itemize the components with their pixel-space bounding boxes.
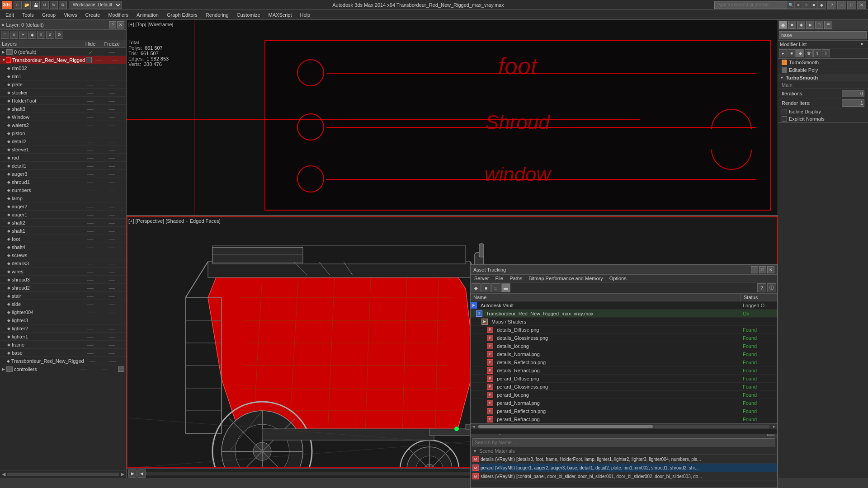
- layer-item-transbordeur[interactable]: ▼ Transbordeur_Red_New_Rigged — —: [0, 56, 126, 64]
- layer-item[interactable]: ◆plate——: [0, 80, 126, 89]
- layer-add-selection-button[interactable]: +: [19, 31, 27, 39]
- asset-row[interactable]: Pperard_Diffuse.pngFound: [471, 375, 777, 383]
- search-opt4-button[interactable]: ◆: [818, 1, 825, 9]
- modifier-entry-turbosmooth[interactable]: TurboSmooth: [778, 59, 868, 66]
- layer-item[interactable]: ◆shaft3——: [0, 105, 126, 113]
- asset-tool-btn-4[interactable]: ▬: [501, 283, 510, 292]
- layer-item[interactable]: ◆side——: [0, 300, 126, 308]
- asset-minimize-button[interactable]: −: [751, 266, 758, 273]
- settings-button[interactable]: ⚙: [59, 1, 67, 9]
- r-btn-modify[interactable]: ■: [788, 21, 796, 29]
- ri-btn-active[interactable]: ◆: [796, 49, 804, 57]
- layer-item[interactable]: ◆shaft1——: [0, 227, 126, 235]
- layer-item[interactable]: ◆base——: [0, 349, 126, 357]
- r-btn-create[interactable]: ◆: [779, 21, 787, 29]
- search-exec-button[interactable]: 🔍: [787, 1, 794, 9]
- menu-help[interactable]: Help: [297, 11, 314, 19]
- r-btn-utilities[interactable]: ☰: [824, 21, 832, 29]
- layer-settings-button[interactable]: ⚙: [55, 31, 63, 39]
- help-button[interactable]: ?: [827, 1, 836, 9]
- layer-select-button[interactable]: ◆: [28, 31, 36, 39]
- layer-item-controllers[interactable]: ▶ controllers — —: [0, 365, 126, 373]
- asset-row[interactable]: Pdetails_lor.pngFound: [471, 342, 777, 350]
- panel-help-button[interactable]: ?: [109, 21, 116, 28]
- layer-item[interactable]: ◆walers2——: [0, 121, 126, 129]
- maximize-button[interactable]: □: [847, 1, 856, 9]
- asset-row[interactable]: Pdetails_Normal.pngFound: [471, 350, 777, 358]
- redo-button[interactable]: ↻: [50, 1, 58, 9]
- layer-item[interactable]: ◆auger3——: [0, 170, 126, 178]
- asset-row-maps[interactable]: ▶ Maps / Shaders: [471, 318, 777, 326]
- asset-row[interactable]: Pperard_Reflection.pngFound: [471, 407, 777, 415]
- r-btn-hierarchy[interactable]: ◆: [797, 21, 805, 29]
- layer-item[interactable]: ◆stocker——: [0, 89, 126, 97]
- asset-menu-options[interactable]: Options: [607, 275, 629, 282]
- asset-row-vault[interactable]: ▶ Autodesk Vault Logged O...: [471, 301, 777, 310]
- layer-down-button[interactable]: ⇩: [46, 31, 54, 39]
- modifier-dropdown-icon[interactable]: ▼: [860, 42, 866, 47]
- menu-modifiers[interactable]: Modifiers: [104, 11, 132, 19]
- scroll-left-icon[interactable]: ◄: [471, 424, 476, 429]
- layer-scrollbar[interactable]: [7, 473, 119, 476]
- layer-item[interactable]: ◆rod——: [0, 154, 126, 162]
- mat-row-details[interactable]: M details (VRayMtl) [details3, foot, fra…: [471, 455, 777, 464]
- layer-item[interactable]: ◆detail2——: [0, 137, 126, 145]
- layer-item[interactable]: ◆lamp——: [0, 194, 126, 202]
- layer-item[interactable]: ◆screws——: [0, 251, 126, 259]
- ri-btn-delete[interactable]: 🗑: [805, 49, 813, 57]
- mat-row-sliders[interactable]: M sliders (VRayMtl) [control_panel, door…: [471, 472, 777, 481]
- asset-info-button[interactable]: ⓘ: [767, 283, 776, 292]
- asset-row[interactable]: Pperard_lor.pngFound: [471, 391, 777, 399]
- layer-item[interactable]: ◆auger2——: [0, 202, 126, 211]
- layer-item[interactable]: ◆wires——: [0, 267, 126, 276]
- menu-tools[interactable]: Tools: [19, 11, 38, 19]
- scroll-right-icon[interactable]: ►: [771, 424, 777, 429]
- undo-button[interactable]: ↺: [41, 1, 49, 9]
- asset-row-details-diffuse[interactable]: Pdetails_Diffuse.pngFound: [471, 326, 777, 334]
- minimize-button[interactable]: −: [837, 1, 846, 9]
- layer-item[interactable]: ◆frame——: [0, 341, 126, 349]
- menu-views[interactable]: Views: [60, 11, 80, 19]
- asset-restore-button[interactable]: □: [759, 266, 766, 273]
- layer-scroll-right[interactable]: ▶: [121, 471, 124, 477]
- menu-graph-editors[interactable]: Graph Editors: [163, 11, 201, 19]
- new-button[interactable]: □: [14, 1, 22, 9]
- vp-nav-btn-2[interactable]: ◀: [137, 469, 146, 478]
- asset-scroll-track[interactable]: [478, 425, 769, 428]
- asset-row[interactable]: Pdetails_Reflection.pngFound: [471, 358, 777, 366]
- layer-item[interactable]: ◆sleeve1——: [0, 145, 126, 154]
- menu-rendering[interactable]: Rendering: [202, 11, 232, 19]
- ts-iterations-input[interactable]: [842, 90, 864, 97]
- open-button[interactable]: 📂: [23, 1, 31, 9]
- search-input[interactable]: [715, 2, 787, 7]
- asset-scroll-thumb[interactable]: [478, 425, 653, 428]
- mat-search-input[interactable]: [475, 440, 773, 445]
- layer-item[interactable]: ◆piston——: [0, 129, 126, 137]
- layer-item[interactable]: ◆rim1——: [0, 72, 126, 80]
- modifier-name-input[interactable]: [779, 31, 867, 39]
- asset-menu-paths[interactable]: Paths: [507, 275, 525, 282]
- layer-scroll-left[interactable]: ◀: [2, 471, 5, 477]
- menu-group[interactable]: Group: [38, 11, 60, 19]
- layer-up-button[interactable]: ⇧: [37, 31, 45, 39]
- search-opt2-button[interactable]: ⊙: [802, 1, 810, 9]
- search-opt1-button[interactable]: ≡: [795, 1, 802, 9]
- layer-item[interactable]: ◆lighter1——: [0, 333, 126, 341]
- menu-maxscript[interactable]: MAXScript: [265, 11, 296, 19]
- layer-item[interactable]: ◆shroud3——: [0, 276, 126, 284]
- layer-item[interactable]: ◆shaft2——: [0, 219, 126, 227]
- asset-help-button[interactable]: ?: [757, 283, 766, 292]
- asset-tool-btn-3[interactable]: □: [491, 283, 500, 292]
- workspace-dropdown[interactable]: Workspace: Default: [69, 1, 122, 9]
- layer-item[interactable]: ◆shroud1——: [0, 178, 126, 186]
- layer-item[interactable]: ◆details3——: [0, 259, 126, 267]
- layer-item[interactable]: ◆Window——: [0, 113, 126, 121]
- ts-isoline-checkbox[interactable]: [782, 109, 787, 114]
- layer-item[interactable]: ◆lighter3——: [0, 316, 126, 324]
- layer-item[interactable]: ◆stair——: [0, 292, 126, 300]
- layer-item[interactable]: ◆detail1——: [0, 162, 126, 170]
- layer-item[interactable]: ◆shaft4——: [0, 243, 126, 251]
- asset-row[interactable]: Pdetails_Refract.pngFound: [471, 366, 777, 375]
- asset-close-button[interactable]: ✕: [767, 266, 774, 273]
- layer-item[interactable]: ◆rim002——: [0, 64, 126, 72]
